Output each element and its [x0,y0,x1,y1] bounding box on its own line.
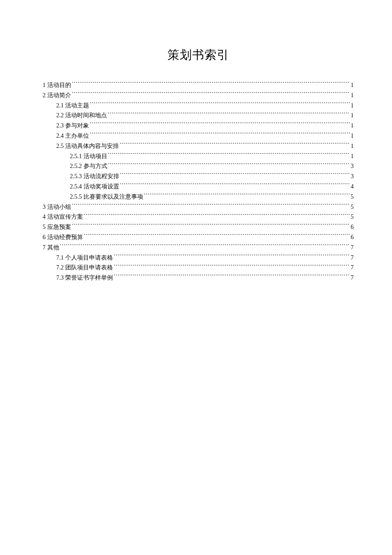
toc-leader-dots [114,274,350,280]
toc-leader-dots [108,162,350,168]
toc-entry-label: 7.3 荣誉证书字样举例 [56,273,113,283]
page-title: 策划书索引 [43,47,354,63]
toc-entry-page: 5 [351,192,354,202]
toc-entry-label: 2.4 主办单位 [56,131,89,141]
toc-entry-page: 7 [351,263,354,273]
toc-leader-dots [90,101,350,107]
toc-entry-label: 3 活动小组 [43,202,71,212]
toc-entry-page: 3 [351,161,354,171]
toc-entry[interactable]: 2.2 活动时间和地点1 [43,110,354,121]
toc-entry[interactable]: 7 其他7 [43,243,354,253]
toc-entry[interactable]: 1 活动目的1 [43,80,354,90]
toc-entry-page: 1 [351,80,354,90]
toc-leader-dots [72,81,350,87]
toc-entry[interactable]: 2.3 参与对象1 [43,121,354,131]
toc-entry[interactable]: 2.5.2 参与方式3 [43,161,354,171]
toc-entry-page: 1 [351,121,354,131]
toc-leader-dots [72,91,350,97]
toc-leader-dots [108,111,350,117]
toc-leader-dots [120,172,350,178]
toc-entry[interactable]: 2.1 活动主题1 [43,101,354,111]
toc-leader-dots [84,213,350,219]
toc-entry[interactable]: 2.5.4 活动奖项设置4 [43,182,354,192]
toc-entry[interactable]: 2.4 主办单位1 [43,131,354,141]
toc-entry-label: 2.5.1 活动项目 [70,151,107,162]
toc-entry-page: 7 [351,273,354,283]
toc-entry-page: 5 [351,212,354,222]
toc-entry-label: 7 其他 [43,243,59,253]
toc-entry-label: 1 活动目的 [43,80,71,90]
toc-entry[interactable]: 2.5 活动具体内容与安排1 [43,141,354,151]
toc-entry-page: 4 [351,182,354,192]
toc-entry-page: 7 [351,243,354,253]
toc-entry[interactable]: 4 活动宣传方案5 [43,212,354,222]
toc-entry-label: 4 活动宣传方案 [43,212,83,222]
toc-leader-dots [108,152,350,158]
toc-leader-dots [114,254,350,260]
toc-leader-dots [120,182,350,188]
toc-entry-label: 2.1 活动主题 [56,101,89,111]
toc-entry-label: 2.5.4 活动奖项设置 [70,182,119,192]
toc-leader-dots [60,243,350,249]
toc-entry-label: 5 应急预案 [43,222,71,232]
toc-entry-label: 2.3 参与对象 [56,121,89,131]
toc-entry[interactable]: 6 活动经费预算6 [43,232,354,243]
toc-entry-page: 5 [351,202,354,212]
toc-leader-dots [90,121,350,127]
toc-entry-label: 2.5.5 比赛要求以及注意事项 [70,192,143,202]
toc-entry-page: 3 [351,171,354,182]
toc-entry[interactable]: 5 应急预案6 [43,222,354,232]
toc-entry-label: 7.2 团队项目申请表格 [56,263,113,273]
toc-entry[interactable]: 3 活动小组5 [43,202,354,212]
toc-entry-page: 1 [351,90,354,101]
toc-leader-dots [90,132,350,138]
toc-entry[interactable]: 7.2 团队项目申请表格7 [43,263,354,273]
toc-entry-label: 6 活动经费预算 [43,232,83,243]
toc-entry-page: 6 [351,222,354,232]
toc-entry-page: 6 [351,232,354,243]
toc-leader-dots [144,193,350,199]
toc-entry-label: 2.5 活动具体内容与安排 [56,141,119,151]
toc-leader-dots [72,223,350,229]
toc-entry-label: 2.5.3 活动流程安排 [70,171,119,182]
toc-entry[interactable]: 7.1 个人项目申请表格7 [43,253,354,263]
toc-entry[interactable]: 2.5.3 活动流程安排3 [43,171,354,182]
toc-entry-label: 7.1 个人项目申请表格 [56,253,113,263]
document-page: 策划书索引 1 活动目的12 活动简介12.1 活动主题12.2 活动时间和地点… [0,0,392,283]
toc-entry[interactable]: 2.5.5 比赛要求以及注意事项5 [43,192,354,202]
toc-entry[interactable]: 7.3 荣誉证书字样举例7 [43,273,354,283]
toc-entry-page: 1 [351,141,354,151]
toc-leader-dots [84,233,350,239]
toc-entry-label: 2.5.2 参与方式 [70,161,107,171]
toc-entry[interactable]: 2.5.1 活动项目1 [43,151,354,162]
toc-entry-page: 1 [351,131,354,141]
toc-entry-page: 7 [351,253,354,263]
toc-leader-dots [120,142,350,148]
toc-leader-dots [114,263,350,269]
toc-entry-page: 1 [351,110,354,121]
table-of-contents: 1 活动目的12 活动简介12.1 活动主题12.2 活动时间和地点12.3 参… [43,80,354,283]
toc-entry-page: 1 [351,151,354,162]
toc-entry-page: 1 [351,101,354,111]
toc-entry-label: 2.2 活动时间和地点 [56,110,107,121]
toc-entry-label: 2 活动简介 [43,90,71,101]
toc-leader-dots [72,203,350,209]
toc-entry[interactable]: 2 活动简介1 [43,90,354,101]
